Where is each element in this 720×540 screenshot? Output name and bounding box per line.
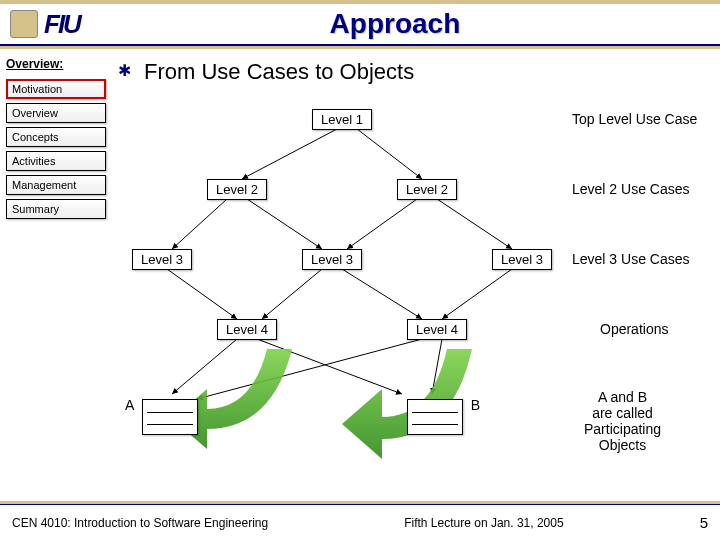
sidebar-item-activities[interactable]: Activities <box>6 151 106 171</box>
object-label-b: B <box>471 397 480 413</box>
node-level3c: Level 3 <box>492 249 552 270</box>
svg-line-3 <box>247 199 322 249</box>
object-label-a: A <box>125 397 134 413</box>
svg-line-5 <box>437 199 512 249</box>
object-box-b: B <box>407 399 463 435</box>
svg-line-1 <box>357 129 422 179</box>
footer-page: 5 <box>700 514 708 531</box>
node-level2b: Level 2 <box>397 179 457 200</box>
svg-line-9 <box>442 269 512 319</box>
bullet-icon: ✱ <box>118 61 131 80</box>
node-level4b: Level 4 <box>407 319 467 340</box>
label-row4: Operations <box>600 321 668 337</box>
fiu-seal-icon <box>10 10 38 38</box>
fiu-logo-text: FIU <box>44 9 80 40</box>
svg-line-4 <box>347 199 417 249</box>
fiu-letters: FIU <box>44 9 80 40</box>
tree-diagram: Level 1 Level 2 Level 2 Level 3 Level 3 … <box>112 99 712 499</box>
node-level4a: Level 4 <box>217 319 277 340</box>
sidebar: Overview: Motivation Overview Concepts A… <box>0 49 112 503</box>
node-level3a: Level 3 <box>132 249 192 270</box>
svg-line-8 <box>342 269 422 319</box>
footer: CEN 4010: Introduction to Software Engin… <box>0 504 720 540</box>
sidebar-item-motivation[interactable]: Motivation <box>6 79 106 99</box>
footer-right: Fifth Lecture on Jan. 31, 2005 <box>404 516 563 530</box>
svg-line-6 <box>167 269 237 319</box>
page-title: Approach <box>80 8 710 40</box>
sidebar-title: Overview: <box>6 57 106 71</box>
sidebar-item-management[interactable]: Management <box>6 175 106 195</box>
node-level1: Level 1 <box>312 109 372 130</box>
node-level2a: Level 2 <box>207 179 267 200</box>
content-area: ✱ From Use Cases to Objects <box>112 49 720 503</box>
object-box-a: A <box>142 399 198 435</box>
content-heading: From Use Cases to Objects <box>144 59 720 85</box>
label-row3: Level 3 Use Cases <box>572 251 690 267</box>
svg-line-12 <box>197 339 422 399</box>
node-level3b: Level 3 <box>302 249 362 270</box>
sidebar-item-summary[interactable]: Summary <box>6 199 106 219</box>
footer-left: CEN 4010: Introduction to Software Engin… <box>12 516 268 530</box>
sidebar-item-overview[interactable]: Overview <box>6 103 106 123</box>
svg-line-0 <box>242 129 337 179</box>
label-row5: A and B are called Participating Objects <box>584 389 661 453</box>
label-row2: Level 2 Use Cases <box>572 181 690 197</box>
svg-line-10 <box>172 339 237 394</box>
svg-line-7 <box>262 269 322 319</box>
svg-line-2 <box>172 199 227 249</box>
sidebar-item-concepts[interactable]: Concepts <box>6 127 106 147</box>
label-row1: Top Level Use Case <box>572 111 697 127</box>
